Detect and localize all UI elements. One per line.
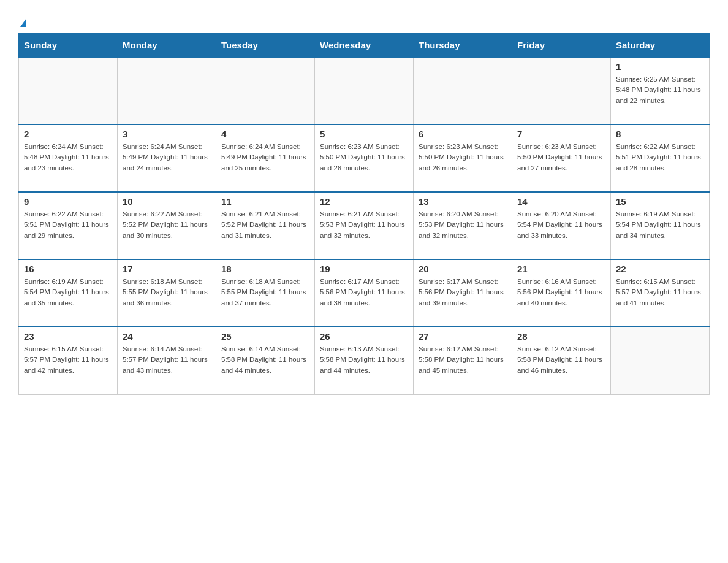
day-info: Sunrise: 6:22 AM Sunset: 5:52 PM Dayligh… [123,209,211,241]
calendar-week-row: 23Sunrise: 6:15 AM Sunset: 5:57 PM Dayli… [19,327,710,394]
day-info: Sunrise: 6:14 AM Sunset: 5:58 PM Dayligh… [221,344,309,376]
day-info: Sunrise: 6:24 AM Sunset: 5:49 PM Dayligh… [221,142,309,174]
day-info: Sunrise: 6:19 AM Sunset: 5:54 PM Dayligh… [24,277,112,308]
day-number: 3 [123,129,211,139]
day-number: 19 [320,264,408,274]
calendar-cell: 2Sunrise: 6:24 AM Sunset: 5:48 PM Daylig… [19,124,118,192]
calendar-cell: 18Sunrise: 6:18 AM Sunset: 5:55 PM Dayli… [216,259,315,327]
day-number: 17 [123,264,211,274]
calendar-week-row: 2Sunrise: 6:24 AM Sunset: 5:48 PM Daylig… [19,124,710,192]
calendar-cell: 14Sunrise: 6:20 AM Sunset: 5:54 PM Dayli… [512,192,611,259]
calendar-header-tuesday: Tuesday [216,34,315,58]
day-info: Sunrise: 6:19 AM Sunset: 5:54 PM Dayligh… [616,209,704,241]
day-info: Sunrise: 6:24 AM Sunset: 5:49 PM Dayligh… [123,142,211,174]
day-info: Sunrise: 6:15 AM Sunset: 5:57 PM Dayligh… [24,344,112,376]
calendar-cell [315,57,414,124]
calendar-week-row: 9Sunrise: 6:22 AM Sunset: 5:51 PM Daylig… [19,192,710,259]
calendar-cell [19,57,118,124]
calendar-cell: 16Sunrise: 6:19 AM Sunset: 5:54 PM Dayli… [19,259,118,327]
day-number: 25 [221,331,309,342]
day-number: 7 [517,129,605,139]
day-info: Sunrise: 6:13 AM Sunset: 5:58 PM Dayligh… [320,344,408,376]
calendar-cell: 4Sunrise: 6:24 AM Sunset: 5:49 PM Daylig… [216,124,315,192]
day-number: 1 [616,61,704,72]
calendar-cell: 6Sunrise: 6:23 AM Sunset: 5:50 PM Daylig… [414,124,512,192]
calendar-cell: 24Sunrise: 6:14 AM Sunset: 5:57 PM Dayli… [118,327,216,394]
calendar-cell: 1Sunrise: 6:25 AM Sunset: 5:48 PM Daylig… [611,57,710,124]
day-number: 11 [221,196,309,207]
calendar-cell [216,57,315,124]
logo-triangle-icon [20,18,26,27]
calendar-cell: 26Sunrise: 6:13 AM Sunset: 5:58 PM Dayli… [315,327,414,394]
calendar-cell: 27Sunrise: 6:12 AM Sunset: 5:58 PM Dayli… [414,327,512,394]
day-number: 23 [24,331,112,342]
day-info: Sunrise: 6:23 AM Sunset: 5:50 PM Dayligh… [320,142,408,174]
calendar-cell: 7Sunrise: 6:23 AM Sunset: 5:50 PM Daylig… [512,124,611,192]
calendar-cell: 23Sunrise: 6:15 AM Sunset: 5:57 PM Dayli… [19,327,118,394]
calendar-table: SundayMondayTuesdayWednesdayThursdayFrid… [18,33,710,395]
calendar-header-friday: Friday [512,34,611,58]
day-info: Sunrise: 6:17 AM Sunset: 5:56 PM Dayligh… [419,277,507,308]
calendar-cell [512,57,611,124]
day-number: 18 [221,264,309,274]
day-number: 20 [419,264,507,274]
day-info: Sunrise: 6:15 AM Sunset: 5:57 PM Dayligh… [616,277,704,308]
day-info: Sunrise: 6:18 AM Sunset: 5:55 PM Dayligh… [221,277,309,308]
calendar-cell: 11Sunrise: 6:21 AM Sunset: 5:52 PM Dayli… [216,192,315,259]
day-info: Sunrise: 6:12 AM Sunset: 5:58 PM Dayligh… [517,344,605,376]
calendar-cell: 8Sunrise: 6:22 AM Sunset: 5:51 PM Daylig… [611,124,710,192]
calendar-week-row: 16Sunrise: 6:19 AM Sunset: 5:54 PM Dayli… [19,259,710,327]
day-info: Sunrise: 6:23 AM Sunset: 5:50 PM Dayligh… [517,142,605,174]
day-info: Sunrise: 6:21 AM Sunset: 5:53 PM Dayligh… [320,209,408,241]
calendar-cell: 21Sunrise: 6:16 AM Sunset: 5:56 PM Dayli… [512,259,611,327]
calendar-header-monday: Monday [118,34,216,58]
calendar-cell: 17Sunrise: 6:18 AM Sunset: 5:55 PM Dayli… [118,259,216,327]
calendar-cell: 25Sunrise: 6:14 AM Sunset: 5:58 PM Dayli… [216,327,315,394]
day-number: 9 [24,196,112,207]
calendar-cell [611,327,710,394]
day-number: 15 [616,196,704,207]
day-number: 5 [320,129,408,139]
calendar-cell [414,57,512,124]
calendar-cell: 28Sunrise: 6:12 AM Sunset: 5:58 PM Dayli… [512,327,611,394]
day-info: Sunrise: 6:22 AM Sunset: 5:51 PM Dayligh… [616,142,704,174]
day-number: 13 [419,196,507,207]
day-info: Sunrise: 6:25 AM Sunset: 5:48 PM Dayligh… [616,74,704,106]
day-number: 21 [517,264,605,274]
calendar-cell: 5Sunrise: 6:23 AM Sunset: 5:50 PM Daylig… [315,124,414,192]
day-number: 22 [616,264,704,274]
day-number: 16 [24,264,112,274]
day-number: 28 [517,331,605,342]
calendar-cell: 15Sunrise: 6:19 AM Sunset: 5:54 PM Dayli… [611,192,710,259]
calendar-cell: 12Sunrise: 6:21 AM Sunset: 5:53 PM Dayli… [315,192,414,259]
day-info: Sunrise: 6:20 AM Sunset: 5:53 PM Dayligh… [419,209,507,241]
day-info: Sunrise: 6:21 AM Sunset: 5:52 PM Dayligh… [221,209,309,241]
calendar-cell: 13Sunrise: 6:20 AM Sunset: 5:53 PM Dayli… [414,192,512,259]
day-number: 6 [419,129,507,139]
calendar-week-row: 1Sunrise: 6:25 AM Sunset: 5:48 PM Daylig… [19,57,710,124]
day-number: 14 [517,196,605,207]
day-info: Sunrise: 6:22 AM Sunset: 5:51 PM Dayligh… [24,209,112,241]
calendar-header-saturday: Saturday [611,34,710,58]
day-number: 24 [123,331,211,342]
day-number: 26 [320,331,408,342]
calendar-cell: 19Sunrise: 6:17 AM Sunset: 5:56 PM Dayli… [315,259,414,327]
calendar-header-wednesday: Wednesday [315,34,414,58]
calendar-cell: 10Sunrise: 6:22 AM Sunset: 5:52 PM Dayli… [118,192,216,259]
day-info: Sunrise: 6:16 AM Sunset: 5:56 PM Dayligh… [517,277,605,308]
day-number: 27 [419,331,507,342]
day-number: 10 [123,196,211,207]
page-header [18,12,710,27]
calendar-cell: 20Sunrise: 6:17 AM Sunset: 5:56 PM Dayli… [414,259,512,327]
calendar-cell: 22Sunrise: 6:15 AM Sunset: 5:57 PM Dayli… [611,259,710,327]
calendar-header-thursday: Thursday [414,34,512,58]
day-info: Sunrise: 6:24 AM Sunset: 5:48 PM Dayligh… [24,142,112,174]
day-number: 12 [320,196,408,207]
day-info: Sunrise: 6:12 AM Sunset: 5:58 PM Dayligh… [419,344,507,376]
day-number: 4 [221,129,309,139]
day-number: 8 [616,129,704,139]
calendar-header-row: SundayMondayTuesdayWednesdayThursdayFrid… [19,34,710,58]
day-info: Sunrise: 6:18 AM Sunset: 5:55 PM Dayligh… [123,277,211,308]
calendar-cell: 9Sunrise: 6:22 AM Sunset: 5:51 PM Daylig… [19,192,118,259]
day-number: 2 [24,129,112,139]
